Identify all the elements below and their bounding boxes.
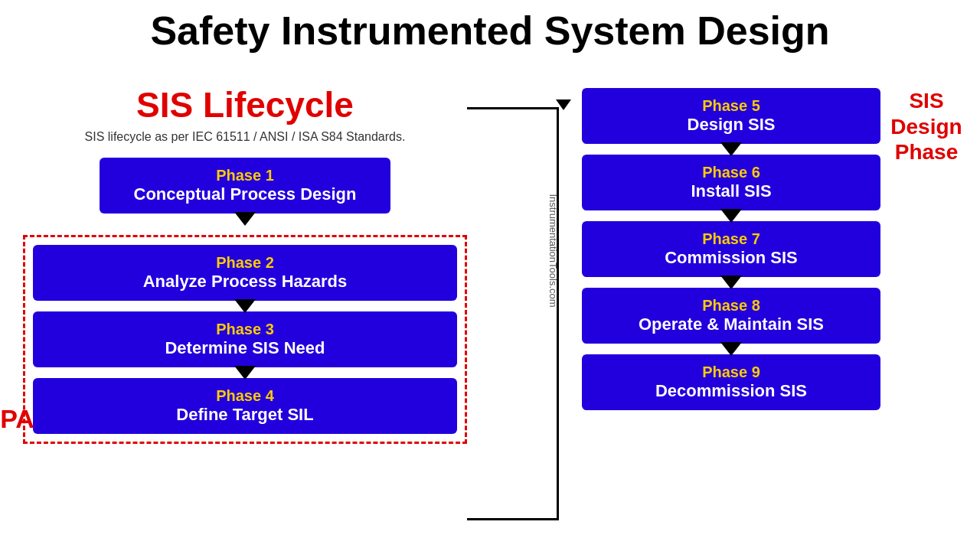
sis-design-label: SIS Design Phase bbox=[888, 88, 965, 165]
arrow2 bbox=[234, 299, 256, 313]
phase7-box: Phase 7 Commission SIS bbox=[582, 221, 880, 277]
phase6-box: Phase 6 Install SIS bbox=[582, 155, 880, 210]
phase1-box: Phase 1 Conceptual Process Design bbox=[100, 158, 390, 214]
phase5-box: Phase 5 Design SIS bbox=[582, 88, 880, 144]
arrow5 bbox=[720, 142, 742, 156]
connector-line bbox=[467, 107, 559, 520]
phase9-name: Decommission SIS bbox=[594, 381, 868, 401]
arrow6 bbox=[720, 209, 742, 223]
phase2-label: Phase 2 bbox=[45, 254, 445, 272]
phase8-label: Phase 8 bbox=[594, 297, 868, 315]
arrow3 bbox=[234, 366, 256, 380]
watermark: InstrumentationTools.com bbox=[547, 194, 559, 307]
phase9-label: Phase 9 bbox=[594, 364, 868, 381]
subtitle: SIS lifecycle as per IEC 61511 / ANSI / … bbox=[23, 130, 467, 144]
arrow1 bbox=[234, 212, 256, 226]
phase8-box: Phase 8 Operate & Maintain SIS bbox=[582, 288, 880, 344]
phase5-label: Phase 5 bbox=[594, 97, 868, 115]
phase1-name: Conceptual Process Design bbox=[112, 184, 378, 204]
arrow7 bbox=[720, 276, 742, 289]
phase4-label: Phase 4 bbox=[45, 387, 445, 405]
phase3-name: Determine SIS Need bbox=[45, 338, 445, 358]
lopa-dashed-box: LOPA Phase 2 Analyze Process Hazards Pha… bbox=[23, 235, 467, 444]
phase4-box: Phase 4 Define Target SIL bbox=[33, 378, 457, 434]
phase7-name: Commission SIS bbox=[594, 248, 868, 268]
phase5-name: Design SIS bbox=[594, 115, 868, 135]
phase3-box: Phase 3 Determine SIS Need bbox=[33, 311, 457, 367]
phase4-name: Define Target SIL bbox=[45, 405, 445, 425]
phase6-label: Phase 6 bbox=[594, 164, 868, 181]
phase7-label: Phase 7 bbox=[594, 230, 868, 248]
phase2-box: Phase 2 Analyze Process Hazards bbox=[33, 245, 457, 301]
phase1-label: Phase 1 bbox=[112, 167, 378, 184]
left-section: SIS Lifecycle SIS lifecycle as per IEC 6… bbox=[23, 84, 467, 444]
connector-arrow bbox=[556, 99, 571, 110]
phase9-box: Phase 9 Decommission SIS bbox=[582, 354, 880, 410]
phase3-label: Phase 3 bbox=[45, 321, 445, 338]
right-section: Phase 5 Design SIS Phase 6 Install SIS P… bbox=[582, 88, 880, 410]
phase2-name: Analyze Process Hazards bbox=[45, 272, 445, 292]
phase8-name: Operate & Maintain SIS bbox=[594, 315, 868, 334]
lopa-label: LOPA bbox=[0, 404, 34, 434]
phase6-name: Install SIS bbox=[594, 181, 868, 201]
sis-lifecycle-title: SIS Lifecycle bbox=[23, 84, 467, 126]
main-title: Safety Instrumented System Design bbox=[0, 0, 980, 53]
arrow8 bbox=[720, 342, 742, 356]
